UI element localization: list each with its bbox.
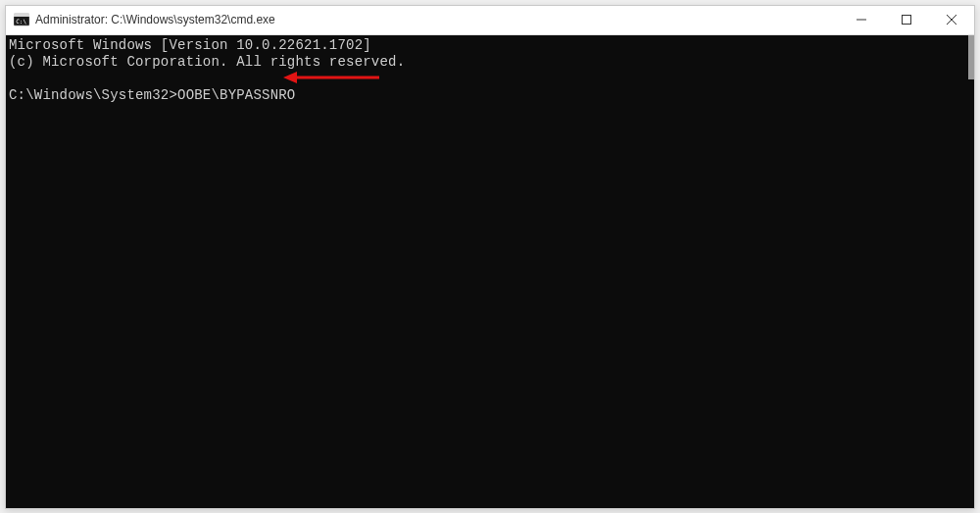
cmd-icon: C:\ — [14, 12, 29, 27]
minimize-icon — [857, 15, 866, 25]
version-line: Microsoft Windows [Version 10.0.22621.17… — [9, 37, 371, 53]
close-button[interactable] — [929, 6, 974, 34]
svg-text:C:\: C:\ — [16, 18, 26, 25]
scrollbar-track[interactable] — [968, 35, 974, 508]
maximize-icon — [902, 15, 911, 25]
close-icon — [947, 15, 956, 25]
minimize-button[interactable] — [839, 6, 884, 34]
cmd-window: C:\ Administrator: C:\Windows\system32\c… — [5, 5, 975, 509]
maximize-button[interactable] — [884, 6, 929, 34]
window-title: Administrator: C:\Windows\system32\cmd.e… — [35, 13, 839, 26]
svg-rect-4 — [903, 16, 911, 25]
terminal-area[interactable]: Microsoft Windows [Version 10.0.22621.17… — [6, 35, 974, 508]
window-controls — [839, 6, 974, 34]
titlebar[interactable]: C:\ Administrator: C:\Windows\system32\c… — [6, 6, 974, 35]
copyright-line: (c) Microsoft Corporation. All rights re… — [9, 54, 405, 70]
scrollbar-thumb[interactable] — [968, 35, 974, 79]
prompt-line: C:\Windows\System32>OOBE\BYPASSNRO — [9, 87, 295, 103]
terminal-output: Microsoft Windows [Version 10.0.22621.17… — [6, 35, 974, 106]
